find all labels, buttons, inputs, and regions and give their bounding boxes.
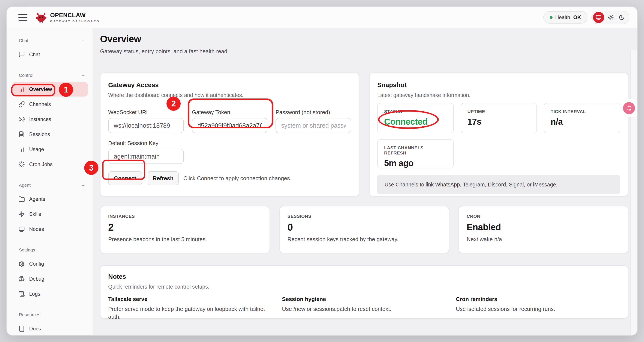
snapshot-stats-grid: STATUS Connected UPTIME 17s TICK INTERVA… [377, 103, 620, 133]
sidebar-section-resources: Resources Docs [12, 312, 88, 335]
sidebar-item-label: Skills [29, 211, 41, 217]
screen-share-button[interactable] [593, 12, 604, 23]
folder-icon [18, 196, 25, 202]
tick-interval-value: n/a [550, 117, 613, 127]
snapshot-card: Snapshot Latest gateway handshake inform… [369, 73, 628, 197]
stat-label: SESSIONS [288, 214, 441, 219]
monitor-icon [18, 226, 25, 232]
zap-icon [18, 211, 25, 217]
connect-button[interactable]: Connect [108, 171, 142, 185]
note-body: Prefer serve mode to keep the gateway on… [108, 305, 272, 320]
field-label: Default Session Key [108, 140, 184, 146]
last-refresh-value: 5m ago [384, 158, 447, 168]
section-label: Settings [19, 247, 35, 253]
sidebar-item-nodes[interactable]: Nodes [12, 222, 88, 236]
cron-card: CRON Enabled Next wake n/a [458, 206, 628, 253]
note-title: Cron reminders [456, 296, 620, 302]
connection-fields: WebSocket URL Gateway Token Password (no… [108, 109, 351, 133]
gear-icon [18, 261, 25, 267]
sidebar-item-chat[interactable]: Chat [12, 47, 88, 62]
card-subtitle: Where the dashboard connects and how it … [108, 92, 351, 98]
sidebar-item-config[interactable]: Config [12, 257, 88, 271]
sidebar-item-instances[interactable]: Instances [12, 112, 88, 127]
sidebar-section-header[interactable]: Chat – [19, 38, 84, 43]
scrollbar-track[interactable] [630, 50, 637, 335]
stat-description: Recent session keys tracked by the gatew… [288, 236, 441, 243]
sidebar-item-agents[interactable]: Agents [12, 192, 88, 206]
card-subtitle: Latest gateway handshake information. [377, 92, 620, 98]
sidebar-section-chat: Chat – Chat [12, 38, 88, 62]
sidebar-item-label: Channels [29, 101, 51, 107]
bar-chart-icon [18, 86, 25, 92]
note-column-session-hygiene: Session hygiene Use /new or sessions.pat… [282, 296, 446, 320]
sidebar-section-control: Control – Overview Channels [12, 73, 88, 172]
sidebar-item-logs[interactable]: Logs [12, 287, 88, 301]
health-dot-icon [550, 16, 552, 19]
stat-label: CRON [466, 214, 620, 219]
sidebar-section-header[interactable]: Resources [19, 312, 84, 317]
stat-description: Presence beacons in the last 5 minutes. [108, 236, 262, 243]
book-icon [18, 325, 25, 332]
theme-controls-pill [591, 11, 630, 24]
sidebar-item-docs[interactable]: Docs [12, 321, 88, 335]
sidebar-item-label: Instances [29, 116, 51, 122]
sidebar-item-label: Nodes [29, 226, 44, 232]
top-bar: OPENCLAW GATEWAY DASHBOARD Health OK [7, 7, 637, 28]
sidebar-item-skills[interactable]: Skills [12, 207, 88, 221]
sidebar-item-sessions[interactable]: Sessions [12, 127, 88, 142]
sidebar-item-channels[interactable]: Channels [12, 97, 88, 112]
field-label: Password (not stored) [276, 109, 351, 115]
brand-title: OPENCLAW [50, 12, 100, 19]
sidebar-item-overview[interactable]: Overview [12, 82, 88, 97]
sidebar-section-header[interactable]: Control – [19, 73, 84, 78]
field-label: Gateway Token [192, 109, 268, 115]
refresh-button[interactable]: Refresh [148, 171, 179, 185]
radio-icon [18, 116, 25, 122]
card-title: Gateway Access [108, 81, 351, 89]
light-theme-button[interactable] [606, 14, 615, 21]
section-label: Control [19, 73, 34, 78]
screenshot-canvas: OPENCLAW GATEWAY DASHBOARD Health OK [0, 0, 644, 342]
moon-icon [619, 14, 625, 20]
top-cards-row: Gateway Access Where the dashboard conne… [100, 73, 628, 197]
card-subtitle: Quick reminders for remote control setup… [108, 283, 620, 290]
sidebar-item-cron-jobs[interactable]: Cron Jobs [12, 157, 88, 172]
sidebar-section-header[interactable]: Settings – [19, 247, 84, 253]
stat-label: STATUS [384, 109, 447, 114]
sidebar-section-agent: Agent – Agents Skills [12, 182, 88, 236]
sidebar: Chat – Chat Control – [7, 28, 93, 335]
websocket-url-input[interactable] [108, 118, 184, 133]
instances-card: INSTANCES 2 Presence beacons in the last… [100, 206, 270, 253]
health-label: Health [555, 14, 570, 20]
app-body: Chat – Chat Control – [7, 28, 637, 335]
dark-theme-button[interactable] [618, 14, 626, 20]
collapse-dash-icon[interactable]: – [82, 73, 84, 78]
note-title: Session hygiene [282, 296, 446, 302]
section-label: Chat [19, 38, 28, 43]
notes-grid: Tailscale serve Prefer serve mode to kee… [108, 296, 620, 320]
uptime-value: 17s [468, 117, 530, 127]
last-channels-refresh-card: LAST CHANNELS REFRESH 5m ago [377, 139, 454, 168]
health-value: OK [573, 14, 581, 20]
sidebar-item-label: Overview [29, 86, 52, 92]
stat-label: TICK INTERVAL [550, 109, 613, 114]
collapse-dash-icon[interactable]: – [82, 38, 84, 43]
svg-text:A: A [629, 108, 631, 111]
password-input[interactable] [276, 118, 351, 133]
brand-subtitle: GATEWAY DASHBOARD [50, 20, 100, 23]
session-key-field: Default Session Key [108, 140, 184, 164]
collapse-dash-icon[interactable]: – [82, 182, 84, 188]
gateway-token-input[interactable] [192, 118, 268, 133]
collapse-dash-icon[interactable]: – [82, 247, 84, 253]
session-key-input[interactable] [108, 149, 184, 164]
main-content: Overview Gateway status, entry points, a… [93, 28, 637, 335]
sidebar-section-header[interactable]: Agent – [19, 182, 84, 188]
sidebar-item-debug[interactable]: Debug [12, 272, 88, 286]
menu-icon[interactable] [18, 14, 28, 21]
note-title: Tailscale serve [108, 296, 272, 302]
translate-button[interactable]: A [623, 102, 635, 114]
websocket-url-field: WebSocket URL [108, 109, 184, 133]
gateway-token-field: Gateway Token [192, 109, 268, 133]
sidebar-item-label: Chat [29, 52, 40, 58]
sidebar-item-usage[interactable]: Usage [12, 142, 88, 157]
